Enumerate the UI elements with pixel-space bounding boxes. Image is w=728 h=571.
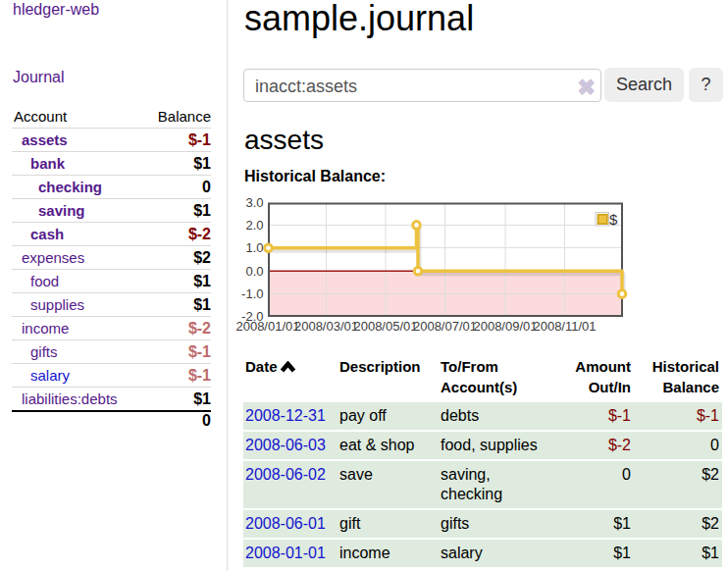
svg-text:-1.0: -1.0 xyxy=(241,286,263,301)
svg-text:$: $ xyxy=(609,211,618,228)
svg-text:2.0: 2.0 xyxy=(245,218,263,233)
svg-text:2008/11/01: 2008/11/01 xyxy=(533,319,596,334)
svg-text:3.0: 3.0 xyxy=(245,195,263,210)
svg-text:0.0: 0.0 xyxy=(245,264,263,279)
svg-text:2008/05/01: 2008/05/01 xyxy=(353,319,417,334)
svg-text:2008/01/01: 2008/01/01 xyxy=(235,319,299,334)
svg-text:2008/07/01: 2008/07/01 xyxy=(413,319,477,334)
svg-text:1.0: 1.0 xyxy=(245,240,263,255)
svg-text:2008/03/01: 2008/03/01 xyxy=(294,319,358,334)
svg-text:2008/09/01: 2008/09/01 xyxy=(473,319,537,334)
